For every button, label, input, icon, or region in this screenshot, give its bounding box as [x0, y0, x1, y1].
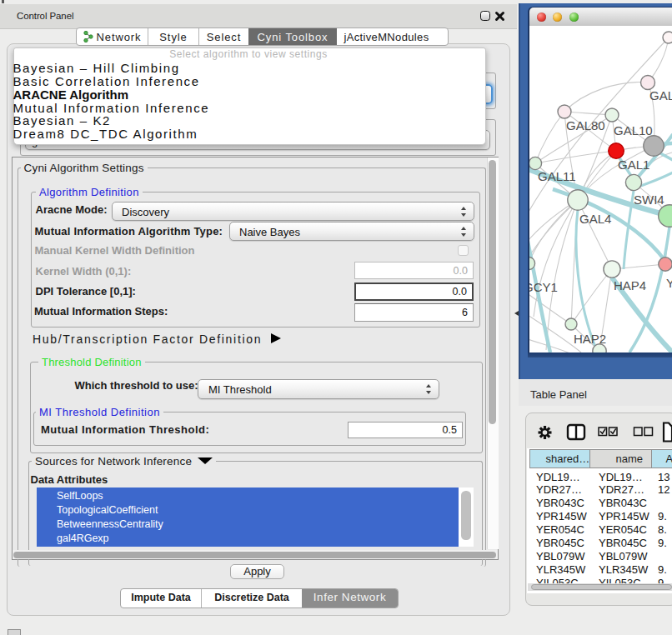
svg-text:Y: Y — [666, 276, 672, 290]
svg-text:GAL1: GAL1 — [618, 158, 649, 172]
svg-text:GAL11: GAL11 — [538, 169, 576, 183]
svg-text:GCY1: GCY1 — [529, 280, 558, 294]
svg-text:GAL: GAL — [649, 88, 672, 102]
svg-text:SWI4: SWI4 — [634, 192, 664, 207]
svg-text:HAP4: HAP4 — [614, 278, 646, 292]
svg-text:GAL4: GAL4 — [579, 212, 611, 226]
svg-text:GAL80: GAL80 — [566, 118, 605, 132]
svg-text:GAL10: GAL10 — [614, 123, 653, 138]
svg-text:HAP2: HAP2 — [574, 332, 606, 346]
